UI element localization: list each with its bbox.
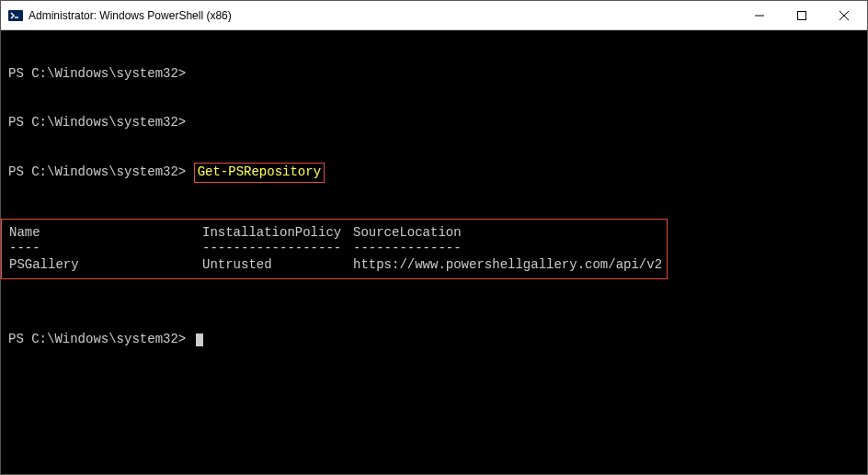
divider-source: -------------- bbox=[353, 241, 462, 257]
table-row: PSGalleryUntrustedhttps://www.powershell… bbox=[9, 257, 659, 274]
cursor bbox=[196, 334, 203, 346]
titlebar-left: Administrator: Windows PowerShell (x86) bbox=[8, 8, 232, 23]
header-source: SourceLocation bbox=[353, 225, 462, 242]
prompt-line: PS C:\Windows\system32> bbox=[8, 66, 186, 81]
powershell-icon bbox=[8, 8, 23, 23]
row-source: https://www.powershellgallery.com/api/v2 bbox=[353, 257, 662, 274]
minimize-button[interactable] bbox=[738, 1, 781, 30]
header-name: Name bbox=[9, 225, 202, 242]
command-text: Get-PSRepository bbox=[198, 164, 321, 179]
row-policy: Untrusted bbox=[202, 257, 353, 274]
prompt-line: PS C:\Windows\system32> bbox=[8, 115, 186, 130]
header-policy: InstallationPolicy bbox=[202, 225, 353, 242]
window-controls bbox=[738, 1, 865, 29]
window-title: Administrator: Windows PowerShell (x86) bbox=[29, 9, 232, 22]
prompt-line: PS C:\Windows\system32> bbox=[8, 332, 186, 346]
output-highlight: NameInstallationPolicySourceLocation----… bbox=[1, 219, 668, 280]
command-highlight: Get-PSRepository bbox=[194, 163, 325, 183]
prompt-line: PS C:\Windows\system32> bbox=[8, 164, 186, 179]
svg-rect-0 bbox=[8, 10, 23, 21]
divider-policy: ------------------ bbox=[202, 241, 353, 257]
terminal[interactable]: PS C:\Windows\system32> PS C:\Windows\sy… bbox=[1, 30, 867, 474]
close-button[interactable] bbox=[823, 1, 865, 30]
svg-rect-1 bbox=[798, 11, 806, 19]
row-name: PSGallery bbox=[9, 257, 202, 274]
maximize-button[interactable] bbox=[781, 1, 823, 30]
titlebar[interactable]: Administrator: Windows PowerShell (x86) bbox=[1, 1, 867, 30]
divider-name: ---- bbox=[9, 241, 202, 257]
